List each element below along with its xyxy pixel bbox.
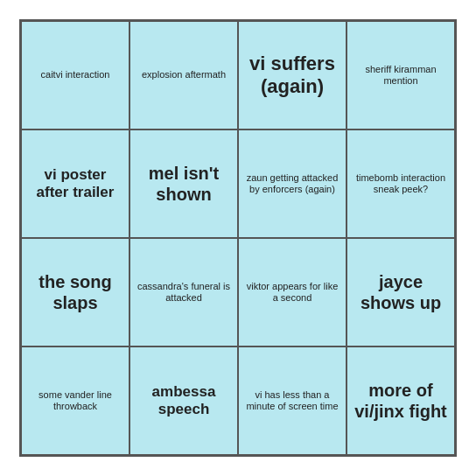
bingo-cell-r2c1: cassandra's funeral is attacked [130,238,238,346]
bingo-cell-r0c1: explosion aftermath [130,21,238,130]
bingo-cell-r0c2: vi suffers (again) [238,21,346,130]
bingo-cell-r3c2: vi has less than a minute of screen time [238,346,346,455]
bingo-cell-text-r0c0: caitvi interaction [41,69,110,80]
bingo-container: caitvi interactionexplosion aftermathvi … [10,10,466,466]
bingo-cell-r2c3: jayce shows up [346,238,455,346]
bingo-cell-text-r1c3: timebomb interaction sneak peek? [353,172,449,195]
bingo-cell-r1c0: vi poster after trailer [21,130,130,238]
bingo-cell-text-r0c2: vi suffers (again) [244,52,340,99]
bingo-grid: caitvi interactionexplosion aftermathvi … [19,19,457,457]
bingo-cell-text-r2c1: cassandra's funeral is attacked [136,281,232,304]
bingo-cell-text-r1c1: mel isn't shown [136,163,232,205]
bingo-cell-text-r1c0: vi poster after trailer [27,166,123,202]
bingo-cell-text-r3c0: some vander line throwback [27,389,123,412]
bingo-cell-r3c3: more of vi/jinx fight [346,346,455,455]
bingo-cell-r3c1: ambessa speech [130,346,238,455]
bingo-cell-r1c1: mel isn't shown [130,130,238,238]
bingo-cell-text-r2c0: the song slaps [27,271,123,313]
bingo-cell-text-r2c3: jayce shows up [353,271,449,313]
bingo-cell-text-r0c3: sheriff kiramman mention [353,64,449,87]
bingo-cell-r1c2: zaun getting attacked by enforcers (agai… [238,130,346,238]
bingo-cell-r1c3: timebomb interaction sneak peek? [346,130,455,238]
bingo-cell-r2c0: the song slaps [21,238,130,346]
bingo-cell-r0c3: sheriff kiramman mention [346,21,455,130]
bingo-cell-text-r0c1: explosion aftermath [142,69,226,80]
bingo-cell-text-r1c2: zaun getting attacked by enforcers (agai… [244,172,340,195]
bingo-cell-text-r3c3: more of vi/jinx fight [353,380,449,422]
bingo-cell-text-r3c2: vi has less than a minute of screen time [244,389,340,412]
bingo-cell-text-r2c2: viktor appears for like a second [244,281,340,304]
bingo-cell-r0c0: caitvi interaction [21,21,130,130]
bingo-cell-text-r3c1: ambessa speech [136,383,232,419]
bingo-cell-r2c2: viktor appears for like a second [238,238,346,346]
bingo-cell-r3c0: some vander line throwback [21,346,130,455]
